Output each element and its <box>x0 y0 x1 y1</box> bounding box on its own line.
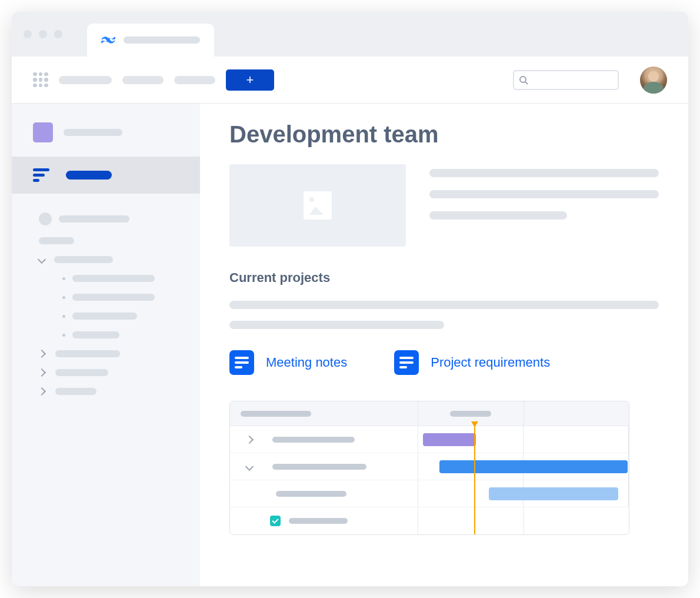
text-placeholder <box>229 321 444 329</box>
tree-item[interactable] <box>39 250 200 269</box>
chevron-down-icon[interactable] <box>245 462 254 470</box>
gantt-header-label <box>241 411 311 417</box>
tree-label-placeholder <box>72 294 155 301</box>
document-icon <box>394 350 419 375</box>
link-label: Project requirements <box>431 355 550 370</box>
tree-label-placeholder <box>55 350 120 357</box>
browser-tabbar <box>12 12 688 57</box>
text-placeholder <box>429 190 659 198</box>
tree-item[interactable] <box>39 207 200 231</box>
confluence-icon <box>101 33 115 47</box>
gantt-row[interactable] <box>230 480 629 507</box>
hero-text <box>429 164 659 247</box>
tree-label-placeholder <box>54 256 113 263</box>
nav-item-placeholder[interactable] <box>122 76 164 84</box>
space-name-placeholder <box>64 129 122 136</box>
tree-label-placeholder <box>59 215 129 222</box>
text-placeholder <box>429 211 567 220</box>
check-icon <box>270 516 281 526</box>
gantt-row[interactable] <box>230 426 629 453</box>
gantt-row-label <box>276 491 346 497</box>
tab-title-placeholder <box>124 36 200 44</box>
image-placeholder-icon <box>304 191 332 220</box>
nav-item-placeholder[interactable] <box>174 76 215 84</box>
hero-image-placeholder[interactable] <box>229 164 406 247</box>
bullet-icon <box>62 315 65 318</box>
window-control-maximize[interactable] <box>54 30 62 38</box>
gantt-chart <box>229 401 629 535</box>
gantt-today-marker <box>474 421 475 535</box>
section-heading: Current projects <box>229 270 659 285</box>
gantt-row-label <box>272 437 355 443</box>
window-control-minimize[interactable] <box>39 30 47 38</box>
user-avatar[interactable] <box>640 67 667 94</box>
gantt-col-label <box>450 411 491 417</box>
app-body: Development team Current projects <box>12 104 688 586</box>
window-control-close[interactable] <box>24 30 32 38</box>
search-icon <box>519 75 528 85</box>
link-project-requirements[interactable]: Project requirements <box>394 350 550 375</box>
bullet-icon <box>62 296 65 299</box>
app-topbar: + <box>12 57 688 104</box>
plus-icon: + <box>246 72 254 88</box>
page-tree <box>12 194 200 401</box>
link-label: Meeting notes <box>266 355 347 370</box>
space-header[interactable] <box>12 117 200 148</box>
chevron-right-icon <box>38 368 46 377</box>
tree-label-placeholder <box>72 331 119 338</box>
chevron-right-icon <box>38 387 46 396</box>
link-meeting-notes[interactable]: Meeting notes <box>229 350 347 375</box>
gantt-header <box>230 401 629 426</box>
tree-item[interactable] <box>39 288 200 307</box>
space-icon <box>33 122 53 142</box>
gantt-row-label <box>272 464 366 470</box>
gantt-row-label <box>289 518 348 524</box>
chevron-right-icon[interactable] <box>245 435 254 443</box>
tree-item[interactable] <box>39 344 200 363</box>
text-placeholder <box>429 169 659 177</box>
sidebar-active-label <box>66 171 112 180</box>
app-window: + <box>12 12 688 586</box>
tree-item[interactable] <box>39 382 200 401</box>
chevron-right-icon <box>38 350 46 358</box>
browser-tab-active[interactable] <box>87 24 214 57</box>
svg-point-0 <box>520 77 526 82</box>
tree-item[interactable] <box>39 231 200 250</box>
sort-icon <box>33 168 49 182</box>
tree-label-placeholder <box>72 275 155 282</box>
page-title: Development team <box>229 121 659 148</box>
tree-label-placeholder <box>39 237 74 244</box>
gantt-header-right <box>418 401 629 426</box>
nav-item-placeholder[interactable] <box>59 76 112 84</box>
document-icon <box>229 350 254 375</box>
tree-item[interactable] <box>39 363 200 382</box>
gantt-row[interactable] <box>230 507 629 534</box>
tree-label-placeholder <box>55 388 96 395</box>
tree-avatar-icon <box>39 212 52 225</box>
text-placeholder <box>229 301 659 309</box>
project-description <box>229 301 659 329</box>
quick-links: Meeting notes Project requirements <box>229 350 659 375</box>
sidebar-item-active[interactable] <box>12 157 200 194</box>
gantt-header-left <box>230 401 418 426</box>
gantt-column <box>524 401 629 426</box>
sidebar <box>12 104 200 586</box>
search-input[interactable] <box>513 70 619 90</box>
chevron-down-icon <box>38 255 46 264</box>
main-content: Development team Current projects <box>200 104 688 586</box>
tree-item[interactable] <box>39 307 200 325</box>
tree-label-placeholder <box>72 313 137 320</box>
tree-item[interactable] <box>39 269 200 288</box>
gantt-bar[interactable] <box>423 433 476 446</box>
page-hero <box>229 164 659 247</box>
tree-label-placeholder <box>55 369 108 376</box>
app-switcher-icon[interactable] <box>33 72 48 88</box>
bullet-icon <box>62 334 65 337</box>
gantt-bar[interactable] <box>489 487 618 500</box>
gantt-bar[interactable] <box>439 460 628 473</box>
bullet-icon <box>62 277 65 280</box>
create-button[interactable]: + <box>226 69 274 91</box>
svg-line-1 <box>525 82 528 84</box>
tree-item[interactable] <box>39 325 200 344</box>
gantt-row[interactable] <box>230 453 629 480</box>
